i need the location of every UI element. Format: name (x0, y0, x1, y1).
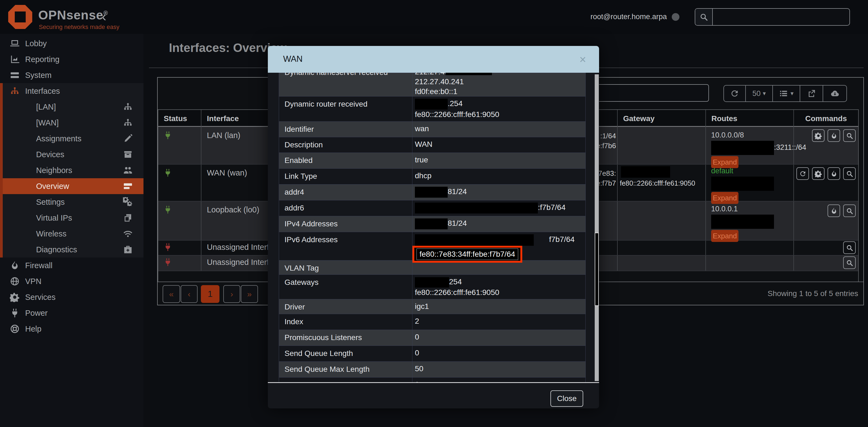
sidebar-item-overview[interactable]: Overview (3, 178, 144, 194)
status-up-icon (163, 169, 172, 177)
sidebar-item-devices[interactable]: Devices (0, 147, 144, 162)
modal-footer-divider (268, 382, 599, 383)
redacted-value (415, 187, 448, 197)
pencil-icon (123, 134, 133, 144)
table-row: IPv6 Addresses f7b7/64 fe80::7e83:34ff:f… (279, 232, 585, 261)
chevron-down-icon: ▾ (790, 90, 794, 97)
globe-icon (10, 276, 20, 286)
expand-routes-button[interactable]: Expand (711, 230, 739, 242)
sidebar-item-power[interactable]: Power (0, 305, 144, 321)
sidebar-item-virtual-ips[interactable]: Virtual IPs (0, 210, 144, 226)
cloud-download-icon (830, 89, 840, 98)
modal-body: Dynamic nameserver received 212.27.40.24… (268, 73, 599, 382)
table-row: Send Queue Drops 1 (279, 377, 585, 382)
refresh-button[interactable] (724, 86, 746, 101)
commands-cell (796, 167, 856, 180)
sidebar-item-firewall[interactable]: Firewall (0, 257, 144, 273)
hdd-icon (123, 181, 133, 191)
modal-scrollbar-thumb[interactable] (595, 233, 599, 306)
reload-interface-button[interactable] (796, 167, 809, 180)
close-icon[interactable]: × (579, 53, 586, 66)
medkit-icon (123, 245, 133, 254)
sidebar-item-interfaces[interactable]: Interfaces (0, 83, 144, 99)
copy-icon (123, 213, 133, 223)
table-row: Enabled true (279, 153, 585, 169)
expand-routes-button[interactable]: Expand (711, 192, 739, 204)
search-icon (846, 132, 853, 140)
sidebar-item-lan[interactable]: [LAN] (0, 99, 144, 115)
details-button[interactable] (843, 241, 856, 254)
modal-header: WAN × (268, 46, 599, 73)
archive-icon (123, 150, 133, 159)
search-icon (846, 170, 853, 177)
redacted-value (621, 166, 670, 178)
wifi-icon (123, 229, 133, 239)
redacted-value (415, 234, 534, 246)
fire-icon (830, 132, 838, 140)
gears-icon (123, 197, 133, 207)
firewall-rules-button[interactable] (828, 167, 840, 180)
table-row: Send Queue Max Length 50 (279, 362, 585, 377)
page-first-button[interactable]: « (163, 285, 180, 303)
route-entry: :3211::/64 (774, 143, 806, 151)
sidebar-item-wan[interactable]: [WAN] (0, 115, 144, 131)
page-next-button[interactable]: › (223, 285, 240, 303)
download-button[interactable] (823, 86, 846, 101)
sidebar-item-reporting[interactable]: Reporting (0, 51, 144, 67)
topbar: OPNsense® Securing networks made easy ‹ … (0, 0, 868, 34)
sidebar-item-settings[interactable]: Settings (0, 194, 144, 210)
sitemap-icon (10, 86, 20, 96)
sidebar-item-wireless[interactable]: Wireless (0, 226, 144, 242)
sidebar-item-neighbors[interactable]: Neighbors (0, 162, 144, 178)
export-button[interactable] (800, 86, 823, 101)
modal-scrollbar-track[interactable] (595, 74, 599, 381)
page-prev-button[interactable]: ‹ (181, 285, 197, 303)
page-1-button[interactable]: 1 (201, 285, 219, 303)
lifering-icon (10, 324, 20, 334)
firewall-rules-button[interactable] (828, 129, 840, 142)
redacted-value (415, 99, 448, 110)
table-row: addr4 81/24 (279, 185, 585, 201)
showing-entries-text: Showing 1 to 5 of 5 entries (683, 289, 858, 298)
sidebar-collapse-button[interactable]: ‹ (102, 8, 106, 25)
interface-settings-button[interactable] (812, 167, 825, 180)
details-button[interactable] (843, 167, 856, 180)
sidebar-item-lobby[interactable]: Lobby (0, 35, 144, 51)
table-row: Dynamic router received .254 fe80::2266:… (279, 96, 585, 122)
page-size-dropdown[interactable]: 50▾ (746, 86, 773, 101)
sidebar-item-help[interactable]: Help (0, 321, 144, 337)
user-status-dot (672, 13, 679, 21)
firewall-rules-button[interactable] (828, 205, 840, 217)
sidebar-item-services[interactable]: Services (0, 289, 144, 305)
status-up-icon (163, 131, 172, 140)
sidebar-item-diagnostics[interactable]: Diagnostics (0, 242, 144, 257)
status-up-icon (163, 205, 172, 214)
table-row: Gateways 254 fe80::2266:cfff:fe61:9050 (279, 275, 585, 299)
commands-cell (843, 241, 856, 254)
commands-cell (843, 256, 856, 269)
status-down-icon (163, 243, 172, 251)
table-row: IPv4 Addresses 81/24 (279, 216, 585, 232)
details-button[interactable] (843, 205, 856, 217)
details-button[interactable] (843, 129, 856, 142)
details-button[interactable] (843, 256, 856, 269)
close-button[interactable]: Close (551, 390, 583, 407)
interface-name: WAN (wan) (207, 169, 247, 177)
sidebar-item-system[interactable]: System (0, 67, 144, 83)
sitemap-icon (123, 102, 133, 112)
sidebar-item-assignments[interactable]: Assignments (0, 131, 144, 147)
opnsense-logo-icon (7, 4, 33, 30)
routes-cell: default Expand (711, 166, 774, 204)
table-row: Send Queue Length 0 (279, 346, 585, 362)
search-icon (846, 207, 853, 215)
redacted-value (415, 277, 449, 287)
page-last-button[interactable]: » (241, 285, 258, 303)
global-search-input[interactable] (714, 10, 847, 25)
sidebar-item-vpn[interactable]: VPN (0, 273, 144, 289)
interface-details-table: Dynamic nameserver received 212.27.40.24… (279, 73, 586, 382)
columns-dropdown[interactable]: ▾ (773, 86, 800, 101)
wan-details-modal: WAN × Dynamic nameserver received 212.27… (268, 46, 599, 408)
clipped-value: 212.27.40.240 (415, 73, 582, 77)
table-row: Driver igc1 (279, 299, 585, 314)
interface-settings-button[interactable] (812, 129, 825, 142)
